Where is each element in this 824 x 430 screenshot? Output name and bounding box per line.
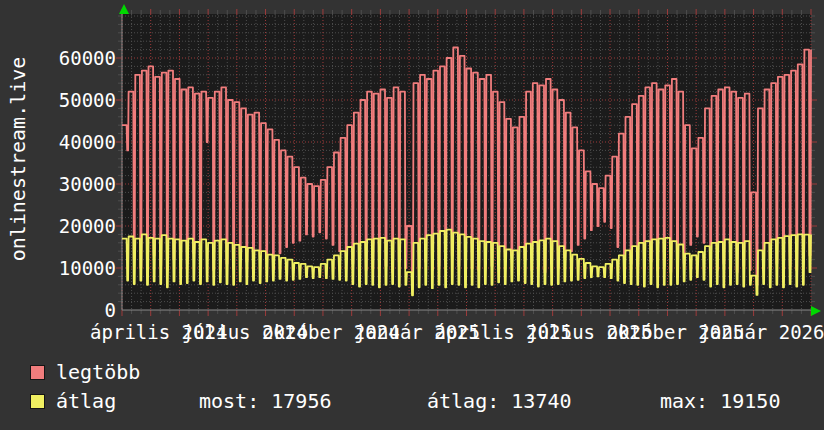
legend-row-atlag: átlag most: 17956 átlag: 13740 max: 1915… [0,387,824,416]
stat-most: most: 17956 [199,387,331,416]
y-tick-label: 60000 [59,47,116,69]
stat-max-value: 19150 [720,389,780,413]
x-axis-labels: április 2024július 2024október 2024januá… [90,321,824,343]
x-tick-label: január 2026 [699,321,824,343]
x-axis-arrow-icon [811,306,821,316]
y-tick-label: 50000 [59,89,116,111]
stat-atlag: átlag: 13740 [427,387,572,416]
stat-atlag-label: átlag: [427,389,499,413]
stat-most-value: 17956 [271,389,331,413]
legend: legtöbb átlag most: 17956 átlag: 13740 m… [0,358,824,416]
y-tick-label: 0 [105,299,116,321]
y-tick-label: 20000 [59,215,116,237]
stat-max: max: 19150 [660,387,780,416]
legend-swatch-atlag [30,394,45,409]
stat-atlag-value: 13740 [511,389,571,413]
legend-swatch-legtobb [30,365,45,380]
stat-most-label: most: [199,389,259,413]
legend-label-atlag: átlag [56,387,116,416]
y-axis-arrow-icon [119,4,129,14]
graph-canvas: onlinestream.live 0100002000030000400005… [0,0,824,430]
y-tick-label: 30000 [59,173,116,195]
y-axis-labels: 0100002000030000400005000060000 [59,47,116,321]
stat-max-label: max: [660,389,708,413]
legend-label-legtobb: legtöbb [56,358,140,387]
y-tick-label: 40000 [59,131,116,153]
y-tick-label: 10000 [59,257,116,279]
legend-row-legtobb: legtöbb [0,358,824,387]
